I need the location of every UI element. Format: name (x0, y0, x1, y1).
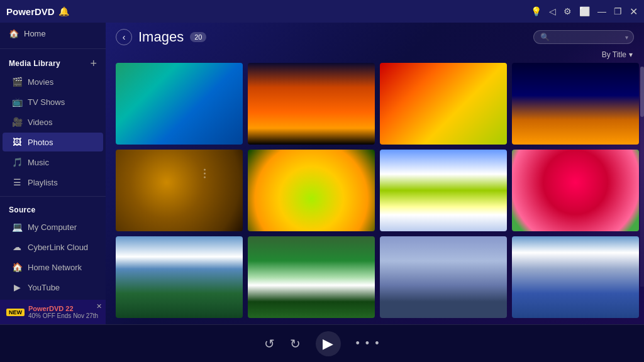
main-layout: 🏠 Home Media Library + 🎬 Movies 📺 TV Sho… (0, 23, 644, 324)
new-badge: NEW (6, 309, 25, 316)
maximize-button[interactable]: ❐ (614, 6, 622, 16)
network-icon: 🏠 (11, 262, 23, 272)
movies-icon: 🎬 (11, 77, 23, 87)
lightbulb-icon[interactable]: 💡 (531, 6, 541, 16)
youtube-icon: ▶ (11, 282, 23, 292)
promo-close-button[interactable]: ✕ (96, 302, 102, 310)
content-area: ‹ Images 20 🔍 ▾ By Title ▾ (106, 23, 644, 324)
image-item-8[interactable] (512, 150, 639, 231)
movies-label: Movies (28, 77, 53, 87)
previous-icon: ↺ (264, 336, 275, 351)
playlists-icon: ☰ (11, 177, 23, 187)
image-item-5[interactable] (116, 150, 243, 231)
image-item-12[interactable] (512, 236, 639, 318)
sidebar-item-photos[interactable]: 🖼 Photos (3, 133, 103, 151)
videos-icon: 🎥 (11, 117, 23, 127)
playbar: ↺ ↻ ▶ • • • (0, 324, 644, 362)
dot-3 (204, 177, 206, 178)
close-button[interactable]: ✕ (630, 6, 638, 18)
add-media-button[interactable]: + (90, 58, 97, 69)
sidebar-item-my-computer[interactable]: 💻 My Computer (3, 217, 103, 236)
promo-banner: NEW PowerDVD 22 40% OFF Ends Nov 27th ✕ (0, 300, 106, 324)
more-icon: • • • (356, 337, 380, 349)
restore-icon[interactable]: ⬜ (579, 6, 590, 16)
image-item-4[interactable] (512, 63, 639, 145)
photos-icon: 🖼 (11, 137, 23, 147)
sidebar: 🏠 Home Media Library + 🎬 Movies 📺 TV Sho… (0, 23, 106, 324)
page-title: Images (138, 29, 184, 45)
sidebar-divider-1 (0, 48, 106, 49)
cyberlink-cloud-label: CyberLink Cloud (28, 243, 88, 252)
scrollbar-thumb[interactable] (640, 67, 644, 117)
content-header-right: 🔍 ▾ (533, 30, 634, 44)
image-item-10[interactable] (248, 236, 375, 318)
promo-discount: 40% OFF Ends Nov 27th (28, 312, 98, 319)
titlebar: PowerDVD 🔔 💡 ◁ ⚙ ⬜ — ❐ ✕ (0, 0, 644, 23)
sidebar-item-youtube[interactable]: ▶ YouTube (3, 278, 103, 297)
sidebar-item-music[interactable]: 🎵 Music (3, 153, 103, 172)
music-icon: 🎵 (11, 157, 23, 167)
next-icon: ↻ (290, 336, 301, 351)
search-icon: 🔍 (540, 33, 550, 41)
app-title: PowerDVD (6, 6, 55, 17)
play-button[interactable]: ▶ (316, 331, 341, 356)
promo-content: PowerDVD 22 40% OFF Ends Nov 27th (28, 305, 98, 319)
source-label: Source (9, 206, 35, 214)
minimize-button[interactable]: — (597, 6, 606, 16)
image-grid (106, 63, 644, 324)
content-header-left: ‹ Images 20 (116, 29, 206, 45)
youtube-label: YouTube (28, 283, 60, 292)
image-count-badge: 20 (190, 32, 206, 42)
content-header: ‹ Images 20 🔍 ▾ (106, 23, 644, 50)
music-label: Music (28, 158, 49, 167)
source-section: Source (0, 200, 106, 217)
my-computer-label: My Computer (28, 222, 77, 232)
search-input[interactable] (553, 33, 622, 41)
home-label: Home (24, 29, 46, 38)
dot-2 (204, 173, 206, 175)
back-arrow-icon: ‹ (123, 32, 126, 42)
computer-icon: 💻 (11, 222, 23, 232)
image-item-3[interactable] (380, 63, 507, 145)
sidebar-item-tv-shows[interactable]: 📺 TV Shows (3, 92, 103, 111)
promo-product: PowerDVD 22 (28, 305, 74, 312)
sort-label: By Title (602, 50, 626, 59)
cloud-icon: ☁ (11, 242, 23, 252)
media-library-section: Media Library + (0, 53, 106, 72)
more-options-button[interactable]: • • • (356, 337, 380, 350)
home-network-label: Home Network (28, 263, 82, 272)
sidebar-item-home[interactable]: 🏠 Home (0, 23, 106, 45)
resize-handle[interactable] (204, 169, 206, 178)
tv-shows-label: TV Shows (28, 97, 65, 107)
previous-button[interactable]: ↺ (264, 336, 275, 351)
image-item-7[interactable] (380, 150, 507, 231)
sort-dropdown[interactable]: By Title ▾ (602, 50, 633, 59)
image-item-6[interactable] (248, 150, 375, 231)
sort-bar: By Title ▾ (106, 50, 644, 63)
playlists-label: Playlists (28, 178, 58, 187)
media-library-label: Media Library (9, 59, 60, 68)
home-icon: 🏠 (9, 29, 19, 38)
search-box[interactable]: 🔍 ▾ (533, 30, 634, 44)
scrollbar-track[interactable] (640, 67, 644, 287)
sidebar-item-movies[interactable]: 🎬 Movies (3, 72, 103, 91)
back-button[interactable]: ‹ (116, 29, 132, 45)
titlebar-left: PowerDVD 🔔 (6, 6, 69, 17)
image-item-1[interactable] (116, 63, 243, 145)
photos-label: Photos (28, 138, 53, 147)
share-icon[interactable]: ◁ (549, 6, 556, 16)
sidebar-item-home-network[interactable]: 🏠 Home Network (3, 258, 103, 277)
image-item-2[interactable] (248, 63, 375, 145)
sidebar-divider-2 (0, 196, 106, 197)
sidebar-item-cyberlink-cloud[interactable]: ☁ CyberLink Cloud (3, 238, 103, 256)
bell-icon: 🔔 (58, 6, 69, 16)
image-item-11[interactable] (380, 236, 507, 318)
dot-1 (204, 169, 206, 171)
videos-label: Videos (28, 118, 53, 127)
sidebar-item-videos[interactable]: 🎥 Videos (3, 112, 103, 131)
next-button[interactable]: ↻ (290, 336, 301, 351)
search-dropdown-arrow[interactable]: ▾ (625, 34, 628, 41)
settings-icon[interactable]: ⚙ (564, 6, 572, 16)
image-item-9[interactable] (116, 236, 243, 318)
sidebar-item-playlists[interactable]: ☰ Playlists (3, 173, 103, 192)
